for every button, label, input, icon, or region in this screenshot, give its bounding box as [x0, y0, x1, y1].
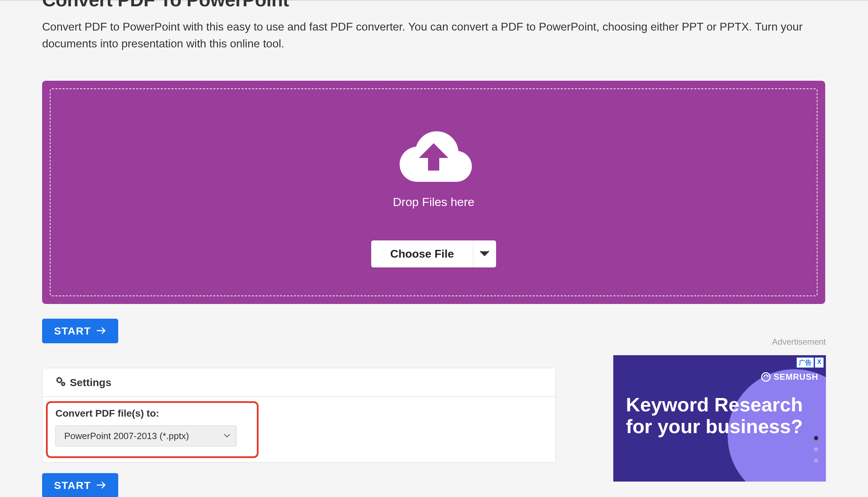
settings-heading-text: Settings: [70, 377, 111, 389]
ad-choices-controls: 广告 X: [796, 357, 824, 368]
convert-setting-highlight: Convert PDF file(s) to: PowerPoint 2007-…: [46, 401, 259, 458]
file-dropzone[interactable]: Drop Files here Choose File: [42, 81, 825, 304]
ad-choices-tag[interactable]: 广告: [796, 357, 814, 368]
drop-files-label: Drop Files here: [58, 195, 810, 209]
ad-brand-text: SEMRUSH: [774, 372, 818, 382]
choose-file-dropdown-button[interactable]: [473, 240, 496, 267]
settings-panel: Settings Convert PDF file(s) to: PowerPo…: [42, 368, 556, 463]
arrow-right-icon: [96, 325, 106, 337]
start-button-top[interactable]: START: [42, 319, 118, 343]
advertisement-banner[interactable]: 广告 X SEMRUSH Keyword Research for your b…: [613, 355, 826, 482]
arrow-right-icon: [96, 479, 106, 491]
gears-icon: [55, 376, 66, 389]
start-button-label: START: [54, 479, 91, 491]
output-format-select[interactable]: PowerPoint 2007-2013 (*.pptx): [55, 425, 236, 446]
advertisement-column: Advertisement 广告 X SEMRUSH Keyword Resea…: [579, 337, 826, 482]
choose-file-group: Choose File: [371, 240, 496, 267]
convert-to-label: Convert PDF file(s) to:: [55, 408, 249, 419]
ad-close-button[interactable]: X: [815, 357, 824, 368]
svg-point-2: [762, 373, 770, 381]
cloud-upload-icon: [393, 128, 474, 185]
ad-decorative-dots: [814, 436, 818, 470]
svg-point-1: [62, 383, 64, 385]
page-title: Convert PDF To PowerPoint: [42, 0, 826, 11]
advertisement-label: Advertisement: [579, 337, 826, 347]
ad-brand-logo: SEMRUSH: [761, 372, 818, 382]
start-button-label: START: [54, 325, 91, 337]
ad-headline: Keyword Research for your business?: [626, 394, 822, 437]
settings-header: Settings: [42, 368, 555, 397]
start-button-bottom[interactable]: START: [42, 473, 118, 497]
choose-file-button[interactable]: Choose File: [371, 240, 473, 267]
chevron-down-icon: [480, 251, 489, 257]
page-description: Convert PDF to PowerPoint with this easy…: [42, 18, 807, 52]
